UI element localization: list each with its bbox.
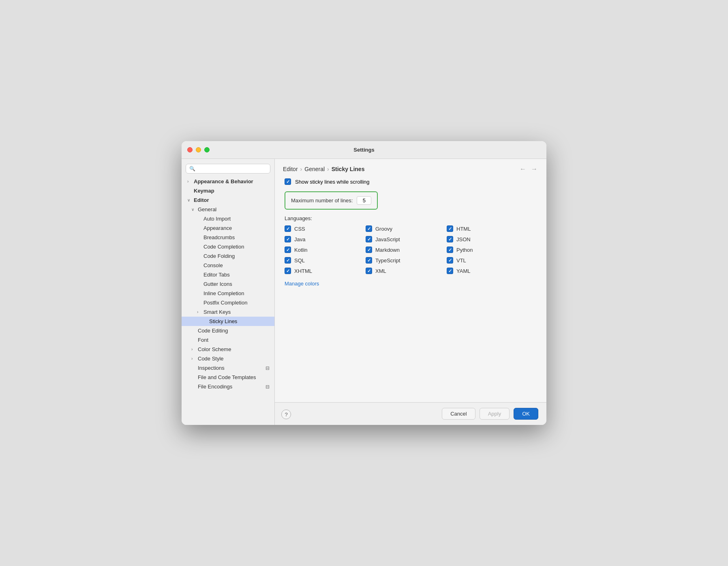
- manage-colors-link[interactable]: Manage colors: [285, 281, 319, 287]
- search-box[interactable]: 🔍: [186, 164, 270, 174]
- lang-kotlin-label: Kotlin: [294, 247, 308, 253]
- content-header: Editor › General › Sticky Lines ← →: [275, 159, 546, 178]
- sidebar-item-file-code-templates[interactable]: File and Code Templates: [182, 373, 274, 382]
- sidebar-item-inspections[interactable]: Inspections ⊟: [182, 363, 274, 373]
- sidebar-item-appearance-behavior[interactable]: › Appearance & Behavior: [182, 177, 274, 186]
- minimize-button[interactable]: [196, 147, 201, 152]
- chevron-icon: ›: [191, 347, 196, 352]
- max-lines-box: Maximum number of lines:: [285, 191, 378, 210]
- chevron-icon: ∨: [191, 207, 196, 212]
- sidebar-item-breadcrumbs[interactable]: Breadcrumbs: [182, 233, 274, 242]
- sidebar-item-label: Postfix Completion: [203, 300, 247, 306]
- sidebar-item-gutter-icons[interactable]: Gutter Icons: [182, 279, 274, 289]
- forward-button[interactable]: →: [530, 165, 538, 174]
- maximize-button[interactable]: [204, 147, 210, 152]
- titlebar: Settings: [182, 141, 546, 159]
- back-button[interactable]: ←: [519, 165, 527, 174]
- lang-yaml: YAML: [447, 268, 520, 274]
- sidebar-item-label: File Encodings: [198, 384, 232, 390]
- sidebar-item-file-encodings[interactable]: File Encodings ⊟: [182, 382, 274, 391]
- sidebar-item-general[interactable]: ∨ General: [182, 205, 274, 214]
- content-body: Show sticky lines while scrolling Maximu…: [275, 178, 546, 402]
- sidebar-item-label: Inspections: [198, 365, 225, 371]
- nav-arrows: ← →: [519, 165, 538, 174]
- sidebar: 🔍 › Appearance & Behavior Keymap ∨ Edito…: [182, 159, 275, 425]
- lang-java-label: Java: [294, 236, 305, 242]
- lang-java: Java: [285, 236, 358, 242]
- sidebar-item-label: Sticky Lines: [209, 318, 237, 324]
- sidebar-item-editor[interactable]: ∨ Editor: [182, 195, 274, 205]
- sidebar-item-label: Color Scheme: [198, 346, 231, 352]
- sidebar-item-console[interactable]: Console: [182, 261, 274, 270]
- lang-xml: XML: [366, 268, 439, 274]
- sidebar-item-font[interactable]: Font: [182, 335, 274, 345]
- lang-css: CSS: [285, 225, 358, 232]
- show-sticky-label: Show sticky lines while scrolling: [295, 179, 370, 185]
- languages-grid: CSS Groovy HTML Java: [285, 225, 520, 274]
- sidebar-item-label: Code Folding: [203, 253, 235, 259]
- sidebar-item-label: Appearance & Behavior: [194, 178, 253, 184]
- lang-javascript: JavaScript: [366, 236, 439, 242]
- sidebar-item-smart-keys[interactable]: › Smart Keys: [182, 307, 274, 317]
- sidebar-item-auto-import[interactable]: Auto Import: [182, 214, 274, 223]
- inspections-badge: ⊟: [266, 365, 270, 371]
- breadcrumb-editor: Editor: [283, 166, 298, 172]
- lang-typescript-label: TypeScript: [375, 257, 400, 264]
- traffic-lights: [187, 147, 210, 152]
- lang-xhtml-checkbox[interactable]: [285, 268, 291, 274]
- file-encodings-badge: ⊟: [266, 384, 270, 390]
- lang-html: HTML: [447, 225, 520, 232]
- lang-html-checkbox[interactable]: [447, 225, 453, 232]
- max-lines-input[interactable]: [357, 196, 371, 205]
- sidebar-item-keymap[interactable]: Keymap: [182, 186, 274, 195]
- search-input[interactable]: [198, 166, 267, 172]
- lang-sql-checkbox[interactable]: [285, 257, 291, 264]
- sidebar-item-label: Breadcrumbs: [203, 234, 235, 240]
- sidebar-item-sticky-lines[interactable]: Sticky Lines: [182, 317, 274, 326]
- lang-python-checkbox[interactable]: [447, 247, 453, 253]
- breadcrumb-sep-1: ›: [300, 166, 302, 172]
- apply-button[interactable]: Apply: [480, 408, 510, 420]
- lang-html-label: HTML: [456, 226, 471, 232]
- lang-css-checkbox[interactable]: [285, 225, 291, 232]
- window-title: Settings: [353, 147, 374, 153]
- settings-window: Settings 🔍 › Appearance & Behavior Keyma…: [182, 141, 546, 425]
- sidebar-item-appearance[interactable]: Appearance: [182, 223, 274, 233]
- sidebar-item-label: Smart Keys: [203, 309, 231, 315]
- sidebar-item-code-style[interactable]: › Code Style: [182, 354, 274, 363]
- search-icon: 🔍: [189, 166, 195, 172]
- sidebar-item-postfix-completion[interactable]: Postfix Completion: [182, 298, 274, 307]
- lang-yaml-checkbox[interactable]: [447, 268, 453, 274]
- sidebar-item-inline-completion[interactable]: Inline Completion: [182, 289, 274, 298]
- lang-markdown-checkbox[interactable]: [366, 247, 372, 253]
- lang-json-checkbox[interactable]: [447, 236, 453, 242]
- lang-typescript-checkbox[interactable]: [366, 257, 372, 264]
- sidebar-item-color-scheme[interactable]: › Color Scheme: [182, 345, 274, 354]
- sidebar-item-code-completion[interactable]: Code Completion: [182, 242, 274, 251]
- lang-javascript-checkbox[interactable]: [366, 236, 372, 242]
- sidebar-item-label: Font: [198, 337, 208, 343]
- lang-xhtml-label: XHTML: [294, 268, 312, 274]
- lang-xml-checkbox[interactable]: [366, 268, 372, 274]
- close-button[interactable]: [187, 147, 193, 152]
- sidebar-item-label: Code Style: [198, 356, 224, 362]
- sidebar-item-label: File and Code Templates: [198, 374, 256, 380]
- lang-vtl-checkbox[interactable]: [447, 257, 453, 264]
- lang-kotlin-checkbox[interactable]: [285, 247, 291, 253]
- help-button[interactable]: ?: [281, 409, 291, 419]
- sidebar-item-editor-tabs[interactable]: Editor Tabs: [182, 270, 274, 279]
- lang-java-checkbox[interactable]: [285, 236, 291, 242]
- sidebar-item-code-folding[interactable]: Code Folding: [182, 251, 274, 261]
- ok-button[interactable]: OK: [514, 408, 538, 420]
- cancel-button[interactable]: Cancel: [442, 408, 475, 420]
- sidebar-item-label: Code Completion: [203, 244, 244, 250]
- footer: Cancel Apply OK: [275, 402, 546, 425]
- max-lines-label: Maximum number of lines:: [291, 197, 353, 204]
- lang-yaml-label: YAML: [456, 268, 470, 274]
- sidebar-item-code-editing[interactable]: Code Editing: [182, 326, 274, 335]
- show-sticky-checkbox[interactable]: [285, 178, 291, 185]
- lang-vtl: VTL: [447, 257, 520, 264]
- lang-groovy-checkbox[interactable]: [366, 225, 372, 232]
- lang-markdown: Markdown: [366, 247, 439, 253]
- lang-markdown-label: Markdown: [375, 247, 400, 253]
